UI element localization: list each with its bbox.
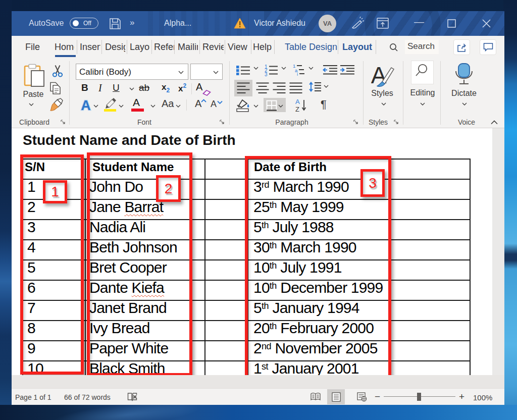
svg-text:Z: Z [295,106,299,112]
svg-text:i: i [297,71,298,76]
svg-text:A: A [295,98,300,106]
svg-text:A: A [81,98,91,112]
svg-text:3: 3 [265,72,268,77]
